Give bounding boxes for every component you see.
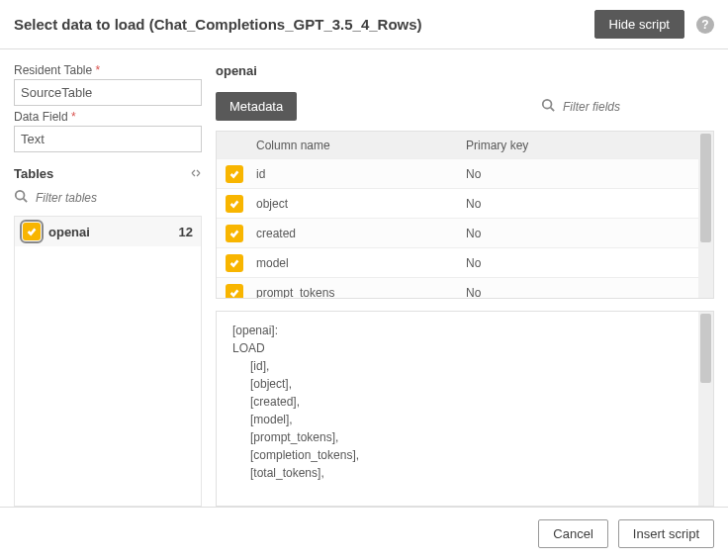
- table-column-count: 12: [179, 225, 193, 239]
- column-primary-key: No: [466, 256, 713, 270]
- left-pane: Resident Table * Data Field * Tables: [14, 59, 202, 507]
- dialog-footer: Cancel Insert script: [0, 507, 728, 560]
- metadata-button[interactable]: Metadata: [216, 92, 297, 121]
- tables-list: openai 12: [14, 216, 202, 507]
- column-checkbox[interactable]: [226, 254, 243, 272]
- script-line: [total_tokens],: [232, 464, 697, 482]
- resident-table-label-text: Resident Table: [14, 63, 92, 77]
- filter-tables-row: [14, 189, 202, 206]
- collapse-icon[interactable]: [190, 167, 202, 181]
- script-line: [id],: [232, 357, 697, 375]
- column-name: prompt_tokens: [252, 286, 466, 299]
- columns-scrollbar[interactable]: [698, 132, 713, 298]
- svg-line-3: [551, 108, 555, 112]
- svg-point-2: [543, 100, 552, 109]
- required-asterisk: *: [96, 63, 101, 77]
- dialog-body: Resident Table * Data Field * Tables: [0, 49, 728, 507]
- script-preview: [openai]:LOAD[id],[object],[created],[mo…: [216, 311, 714, 507]
- dialog-header: Select data to load (Chat_Completions_GP…: [0, 0, 728, 49]
- right-toolbar: Metadata: [216, 92, 714, 121]
- filter-tables-input[interactable]: [34, 190, 202, 206]
- svg-line-1: [24, 199, 28, 203]
- required-asterisk: *: [71, 110, 76, 124]
- column-row[interactable]: prompt_tokensNo: [217, 278, 713, 298]
- column-primary-key: No: [466, 167, 713, 181]
- columns-table: Column name Primary key idNoobjectNocrea…: [216, 131, 714, 299]
- script-line: [prompt_tokens],: [232, 428, 697, 446]
- column-primary-key: No: [466, 197, 713, 211]
- help-icon[interactable]: ?: [696, 16, 714, 34]
- insert-script-button[interactable]: Insert script: [618, 519, 714, 548]
- search-icon: [541, 98, 555, 115]
- data-field-input[interactable]: [14, 126, 202, 152]
- columns-body: idNoobjectNocreatedNomodelNoprompt_token…: [217, 159, 713, 298]
- primary-key-header: Primary key: [466, 139, 713, 152]
- table-item-openai[interactable]: openai 12: [15, 217, 201, 246]
- resident-table-input[interactable]: [14, 79, 202, 106]
- column-row[interactable]: modelNo: [217, 248, 713, 278]
- column-checkbox[interactable]: [226, 165, 243, 183]
- column-name-header: Column name: [252, 139, 466, 152]
- scrollbar-thumb[interactable]: [700, 134, 711, 242]
- column-checkbox[interactable]: [226, 284, 243, 299]
- column-row[interactable]: objectNo: [217, 189, 713, 219]
- tables-header-text: Tables: [14, 166, 53, 181]
- table-name: openai: [48, 225, 90, 239]
- filter-fields-row: [541, 98, 714, 115]
- data-field-label-text: Data Field: [14, 110, 68, 124]
- tables-header: Tables: [14, 166, 202, 181]
- script-line: [model],: [232, 411, 697, 428]
- column-checkbox[interactable]: [226, 225, 243, 242]
- hide-script-button[interactable]: Hide script: [594, 10, 684, 39]
- script-line: [completion_tokens],: [232, 446, 697, 464]
- columns-header-row: Column name Primary key: [217, 132, 713, 159]
- table-checkbox[interactable]: [23, 223, 41, 240]
- dialog-title: Select data to load (Chat_Completions_GP…: [14, 16, 594, 33]
- script-scrollbar[interactable]: [698, 312, 713, 506]
- search-icon: [14, 189, 28, 206]
- column-checkbox[interactable]: [226, 195, 243, 213]
- column-name: model: [252, 256, 466, 270]
- column-name: id: [252, 167, 466, 181]
- script-line: LOAD: [232, 339, 697, 357]
- selected-table-title: openai: [216, 63, 714, 78]
- resident-table-label: Resident Table *: [14, 63, 202, 77]
- right-pane: openai Metadata Column name Primary key …: [216, 59, 714, 507]
- data-field-label: Data Field *: [14, 110, 202, 124]
- scrollbar-thumb[interactable]: [700, 314, 711, 383]
- column-primary-key: No: [466, 286, 713, 299]
- svg-point-0: [16, 191, 25, 200]
- column-row[interactable]: idNo: [217, 159, 713, 189]
- column-name: created: [252, 227, 466, 240]
- script-line: [created],: [232, 393, 697, 411]
- column-row[interactable]: createdNo: [217, 219, 713, 248]
- cancel-button[interactable]: Cancel: [538, 519, 607, 548]
- column-name: object: [252, 197, 466, 211]
- column-primary-key: No: [466, 227, 713, 240]
- script-line: [object],: [232, 375, 697, 393]
- script-line: [openai]:: [232, 322, 697, 339]
- script-lines: [openai]:LOAD[id],[object],[created],[mo…: [232, 322, 697, 482]
- filter-fields-input[interactable]: [561, 99, 714, 115]
